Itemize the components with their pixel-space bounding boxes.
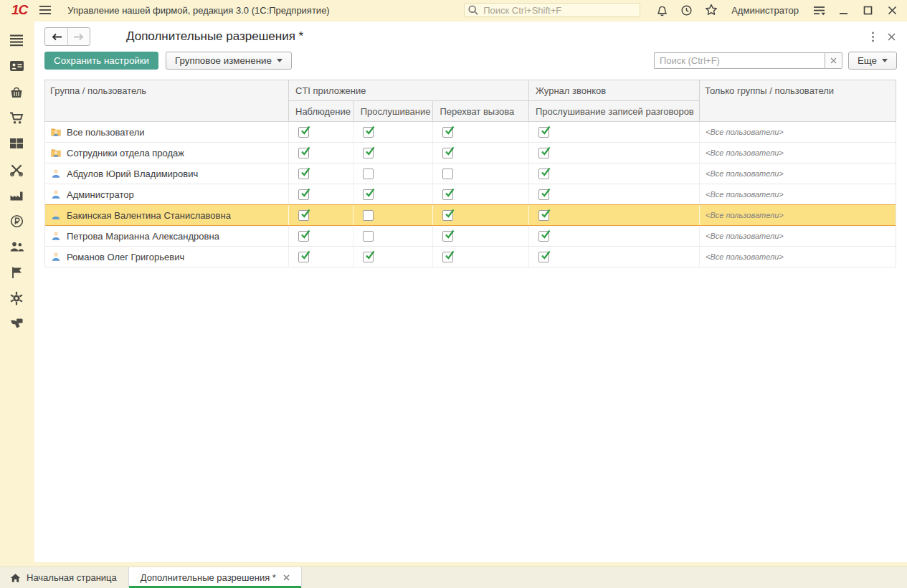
sidebar-item-personnel[interactable] [4, 234, 29, 260]
sidebar-item-warehouse[interactable] [4, 131, 29, 156]
more-button[interactable]: Еще [848, 52, 897, 70]
sidebar-item-money[interactable] [4, 208, 29, 234]
checkbox-listening[interactable] [363, 127, 374, 138]
row-label: Бакинская Валентина Станиславовна [67, 210, 231, 221]
table-row[interactable]: Администратор<Все пользователи> [45, 184, 896, 205]
column-header-only-groups[interactable]: Только группы / пользователи [700, 80, 896, 121]
group-change-button[interactable]: Групповое изменение [166, 52, 292, 70]
table-row[interactable]: Абдулов Юрий Владимирович<Все пользовате… [45, 163, 896, 184]
company-icon [10, 266, 23, 279]
checkbox-call-intercept[interactable] [442, 231, 453, 242]
crm-icon [9, 60, 24, 72]
only-groups-value[interactable]: <Все пользователи> [706, 148, 784, 157]
close-form-icon[interactable] [888, 33, 896, 41]
forward-button[interactable] [67, 28, 90, 45]
table-body: Все пользователи<Все пользователи> Сотру… [44, 122, 896, 267]
checkbox-records-listening[interactable] [538, 148, 549, 158]
purchases-icon [9, 111, 24, 125]
sidebar-item-crm[interactable] [4, 53, 29, 79]
personnel-icon [9, 240, 24, 253]
checkbox-observation[interactable] [298, 148, 309, 158]
table-row[interactable]: Все пользователи<Все пользователи> [45, 122, 896, 143]
service-menu-icon[interactable] [812, 4, 826, 16]
notifications-bell-icon[interactable] [656, 4, 668, 16]
only-groups-value[interactable]: <Все пользователи> [706, 211, 784, 219]
menu-icon [9, 34, 24, 47]
only-groups-value[interactable]: <Все пользователи> [706, 252, 784, 261]
table-row[interactable]: Сотрудники отдела продаж<Все пользовател… [45, 143, 896, 163]
checkbox-records-listening[interactable] [538, 127, 549, 138]
home-icon [10, 573, 21, 583]
clear-search-icon[interactable] [825, 52, 842, 69]
maximize-button[interactable] [863, 6, 873, 15]
minimize-button[interactable] [839, 6, 848, 15]
sidebar-item-company[interactable] [4, 260, 29, 285]
only-groups-value[interactable]: <Все пользователи> [706, 232, 784, 240]
save-settings-button[interactable]: Сохранить настройки [44, 52, 158, 70]
table-search-input[interactable] [654, 52, 825, 69]
checkbox-records-listening[interactable] [538, 231, 549, 242]
checkbox-listening[interactable] [363, 169, 374, 179]
tab-label: Дополнительные разрешения * [141, 572, 276, 583]
column-header-group-user[interactable]: Группа / пользователь [45, 80, 289, 121]
checkbox-call-intercept[interactable] [442, 189, 453, 200]
checkbox-call-intercept[interactable] [442, 252, 453, 262]
current-user[interactable]: Администратор [731, 5, 799, 16]
column-header-listening[interactable]: Прослушивание [353, 101, 433, 121]
sidebar-item-settings[interactable] [4, 285, 29, 311]
group-icon [50, 147, 62, 158]
sidebar-item-production[interactable] [4, 182, 29, 208]
search-icon [467, 4, 479, 16]
form-menu-kebab-icon[interactable] [871, 32, 875, 42]
table-row[interactable]: Петрова Марианна Александровна<Все польз… [45, 226, 896, 247]
sidebar-item-telephony[interactable] [4, 311, 29, 337]
checkbox-listening[interactable] [363, 148, 374, 158]
history-icon[interactable] [680, 4, 693, 16]
money-icon [10, 214, 24, 228]
checkbox-records-listening[interactable] [538, 189, 549, 200]
checkbox-observation[interactable] [298, 189, 309, 200]
checkbox-listening[interactable] [363, 252, 374, 262]
checkbox-listening[interactable] [363, 210, 374, 221]
checkbox-observation[interactable] [298, 252, 309, 262]
close-tab-icon[interactable] [283, 574, 290, 581]
checkbox-observation[interactable] [298, 210, 309, 221]
checkbox-call-intercept[interactable] [442, 169, 453, 179]
row-label: Романов Олег Григорьевич [67, 252, 184, 262]
favorites-star-icon[interactable] [705, 4, 718, 16]
checkbox-records-listening[interactable] [538, 169, 549, 179]
tab-additional-permissions[interactable]: Дополнительные разрешения * [128, 567, 302, 588]
sidebar-item-works[interactable] [4, 156, 29, 182]
user-icon [50, 209, 62, 221]
checkbox-observation[interactable] [298, 231, 309, 242]
close-window-button[interactable] [888, 6, 897, 15]
1c-logo: 1С [11, 0, 27, 20]
back-button[interactable] [45, 28, 67, 45]
sidebar-item-purchases[interactable] [4, 105, 29, 131]
only-groups-value[interactable]: <Все пользователи> [706, 169, 784, 178]
checkbox-call-intercept[interactable] [442, 148, 453, 158]
global-search-input[interactable] [464, 3, 640, 17]
main-menu-icon[interactable] [39, 4, 52, 16]
checkbox-observation[interactable] [298, 169, 309, 179]
column-header-call-intercept[interactable]: Перехват вызова [432, 101, 528, 121]
checkbox-records-listening[interactable] [538, 210, 549, 221]
only-groups-value[interactable]: <Все пользователи> [706, 190, 784, 199]
only-groups-value[interactable]: <Все пользователи> [706, 128, 784, 136]
checkbox-records-listening[interactable] [538, 252, 549, 262]
sidebar-item-sales[interactable] [4, 79, 29, 105]
column-header-records-listening[interactable]: Прослушивание записей разговоров [529, 101, 699, 121]
checkbox-call-intercept[interactable] [442, 210, 453, 221]
tab-label: Начальная страница [27, 572, 117, 583]
table-row[interactable]: Романов Олег Григорьевич<Все пользовател… [45, 247, 896, 267]
column-group-call-log[interactable]: Журнал звонков [529, 80, 699, 101]
checkbox-listening[interactable] [363, 231, 374, 242]
tab-home-page[interactable]: Начальная страница [0, 567, 128, 588]
checkbox-listening[interactable] [363, 189, 374, 200]
checkbox-observation[interactable] [298, 127, 309, 138]
column-group-cti-app[interactable]: CTI приложение [289, 80, 528, 101]
sidebar-item-menu[interactable] [4, 27, 29, 53]
checkbox-call-intercept[interactable] [442, 127, 453, 138]
table-row[interactable]: Бакинская Валентина Станиславовна<Все по… [45, 204, 896, 226]
column-header-observation[interactable]: Наблюдение [289, 101, 353, 121]
